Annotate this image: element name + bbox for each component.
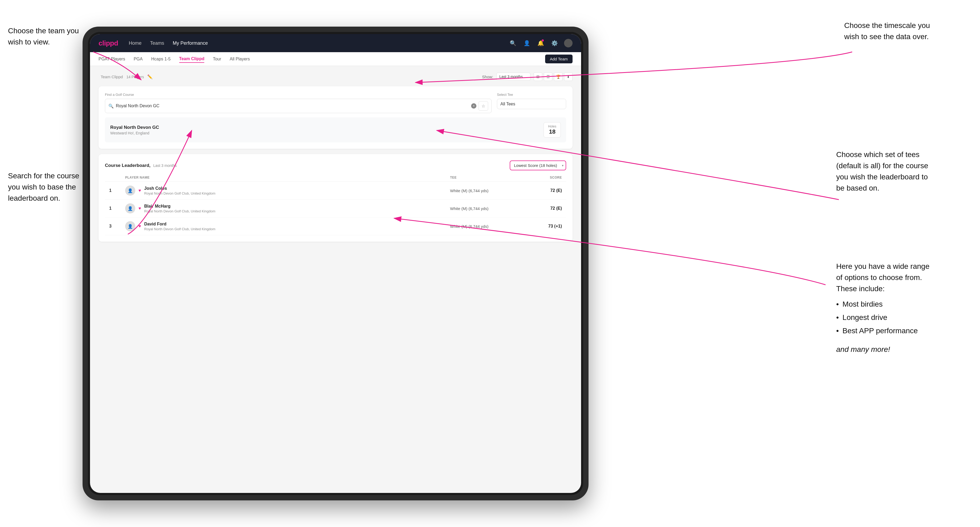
player-avatar-3: 👤 bbox=[125, 221, 135, 231]
player-name-3: David Ford bbox=[144, 222, 215, 227]
bullet-item-1: Most birdies bbox=[836, 298, 969, 311]
edit-icon[interactable]: ✏️ bbox=[147, 74, 153, 79]
course-result: Royal North Devon GC Westward Ho!, Engla… bbox=[105, 117, 566, 142]
list-view-button[interactable]: ☰ bbox=[544, 72, 552, 81]
score-select-wrap: Lowest Score (18 holes) Most Birdies Lon… bbox=[510, 160, 566, 170]
score-type-select[interactable]: Lowest Score (18 holes) Most Birdies Lon… bbox=[510, 160, 566, 170]
player-club-1: Royal North Devon Golf Club, United King… bbox=[144, 191, 215, 195]
player-name-2: Blair McHarg bbox=[144, 204, 215, 209]
annotation-top-left: Choose the team youwish to view. bbox=[8, 25, 83, 48]
team-title: Team Clippd 14 Players bbox=[99, 74, 144, 79]
and-more-text: and many more! bbox=[836, 344, 969, 355]
annotation-mid-right: Choose which set of tees(default is all)… bbox=[836, 149, 969, 194]
annotation-top-right: Choose the timescale youwish to see the … bbox=[844, 20, 964, 42]
nav-home[interactable]: Home bbox=[129, 40, 142, 46]
add-team-button[interactable]: Add Team bbox=[545, 55, 573, 63]
leaderboard-card: Course Leaderboard, Last 3 months Lowest… bbox=[99, 154, 573, 242]
bell-icon[interactable]: 🔔 bbox=[536, 39, 545, 48]
view-icons: ⊞ ☰ 🏆 ⬇ bbox=[534, 72, 573, 81]
player-score-1: 72 (E) bbox=[525, 188, 562, 193]
nav-icons: 🔍 👤 🔔 ⚙️ bbox=[509, 39, 573, 48]
sub-nav-hcaps[interactable]: Hcaps 1-5 bbox=[151, 56, 171, 62]
leaderboard-table: PLAYER NAME TEE SCORE 1 👤 bbox=[105, 176, 566, 235]
table-header: PLAYER NAME TEE SCORE bbox=[105, 176, 566, 182]
person-icon[interactable]: 👤 bbox=[522, 39, 531, 48]
player-info-2: 👤 ♥ Blair McHarg Royal North Devon Golf … bbox=[125, 203, 450, 213]
score-col-header: SCORE bbox=[525, 176, 562, 179]
player-info-3: 👤 ♥ David Ford Royal North Devon Golf Cl… bbox=[125, 221, 450, 231]
sub-nav-tour[interactable]: Tour bbox=[213, 56, 221, 62]
search-input-wrap: 🔍 × ☆ bbox=[105, 99, 492, 113]
player-avatar-2: 👤 bbox=[125, 203, 135, 213]
team-header: Team Clippd 14 Players ✏️ Show: Last 3 m… bbox=[99, 72, 573, 81]
player-avatar-1: 👤 bbox=[125, 186, 135, 195]
trophy-view-button[interactable]: 🏆 bbox=[554, 72, 562, 81]
search-icon[interactable]: 🔍 bbox=[509, 39, 517, 48]
player-score-3: 73 (+1) bbox=[525, 224, 562, 229]
sub-nav-team-clippd[interactable]: Team Clippd bbox=[179, 56, 205, 63]
player-rank-1: 1 bbox=[109, 188, 125, 193]
holes-badge: Holes 18 bbox=[544, 122, 561, 138]
tablet-screen: clippd Home Teams My Performance 🔍 👤 🔔 ⚙… bbox=[90, 34, 581, 493]
tee-select[interactable]: All Tees White (M) Yellow (M) Red (L) bbox=[497, 99, 566, 109]
nav-teams[interactable]: Teams bbox=[150, 40, 164, 46]
player-tee-3: White (M) (6,744 yds) bbox=[450, 224, 525, 229]
download-button[interactable]: ⬇ bbox=[564, 72, 573, 81]
player-details-1: Josh Coles Royal North Devon Golf Club, … bbox=[144, 186, 215, 195]
rank-col-header bbox=[109, 176, 125, 179]
heart-icon-1[interactable]: ♥ bbox=[138, 188, 141, 193]
player-tee-1: White (M) (6,744 yds) bbox=[450, 189, 525, 193]
show-controls: Show: Last 3 months Last month Last 6 mo… bbox=[482, 72, 573, 81]
clear-search-button[interactable]: × bbox=[471, 103, 476, 109]
settings-icon[interactable]: ⚙️ bbox=[550, 39, 559, 48]
player-rank-3: 3 bbox=[109, 224, 125, 229]
table-row: 3 👤 ♥ David Ford Royal North Devon Golf … bbox=[105, 217, 566, 235]
table-row: 1 👤 ♥ Blair McHarg Royal North Devon Gol… bbox=[105, 200, 566, 217]
nav-my-performance[interactable]: My Performance bbox=[173, 40, 208, 46]
sub-nav: PGAT Players PGA Hcaps 1-5 Team Clippd T… bbox=[90, 52, 581, 66]
tee-select-wrap: All Tees White (M) Yellow (M) Red (L) bbox=[497, 99, 566, 109]
tablet-device: clippd Home Teams My Performance 🔍 👤 🔔 ⚙… bbox=[83, 27, 589, 500]
find-course-col: Find a Golf Course 🔍 × ☆ bbox=[105, 93, 492, 113]
leaderboard-header: Course Leaderboard, Last 3 months Lowest… bbox=[105, 160, 566, 170]
sub-nav-pgat[interactable]: PGAT Players bbox=[99, 56, 125, 62]
course-result-name: Royal North Devon GC bbox=[110, 125, 159, 130]
player-rank-2: 1 bbox=[109, 206, 125, 211]
course-result-info: Royal North Devon GC Westward Ho!, Engla… bbox=[110, 125, 159, 135]
tee-label: Select Tee bbox=[497, 93, 566, 97]
main-content: Team Clippd 14 Players ✏️ Show: Last 3 m… bbox=[90, 66, 581, 493]
annotation-bottom-left: Search for the courseyou wish to base th… bbox=[8, 170, 99, 204]
player-club-2: Royal North Devon Golf Club, United King… bbox=[144, 209, 215, 213]
bullet-list: Most birdies Longest drive Best APP perf… bbox=[836, 298, 969, 338]
heart-icon-3[interactable]: ♥ bbox=[138, 224, 141, 229]
app-logo: clippd bbox=[99, 39, 118, 48]
course-result-location: Westward Ho!, England bbox=[110, 131, 159, 135]
team-title-row: Team Clippd 14 Players ✏️ bbox=[99, 74, 153, 79]
favorite-button[interactable]: ☆ bbox=[479, 101, 488, 111]
search-icon-inner: 🔍 bbox=[108, 103, 114, 109]
tablet-inner: clippd Home Teams My Performance 🔍 👤 🔔 ⚙… bbox=[88, 32, 583, 495]
player-details-2: Blair McHarg Royal North Devon Golf Club… bbox=[144, 204, 215, 213]
holes-label: Holes bbox=[548, 125, 556, 128]
player-club-3: Royal North Devon Golf Club, United King… bbox=[144, 227, 215, 231]
heart-icon-2[interactable]: ♥ bbox=[138, 206, 141, 211]
sub-nav-all-players[interactable]: All Players bbox=[230, 56, 250, 62]
player-name-1: Josh Coles bbox=[144, 186, 215, 191]
player-score-2: 72 (E) bbox=[525, 206, 562, 211]
grid-view-button[interactable]: ⊞ bbox=[534, 72, 542, 81]
player-tee-2: White (M) (6,744 yds) bbox=[450, 206, 525, 211]
leaderboard-subtitle: Last 3 months bbox=[153, 163, 177, 168]
table-row: 1 👤 ♥ Josh Coles Royal North Devon Golf … bbox=[105, 182, 566, 200]
player-info-1: 👤 ♥ Josh Coles Royal North Devon Golf Cl… bbox=[125, 186, 450, 195]
sub-nav-pga[interactable]: PGA bbox=[134, 56, 143, 62]
avatar[interactable] bbox=[564, 39, 573, 48]
show-select[interactable]: Last 3 months Last month Last 6 months L… bbox=[496, 73, 530, 81]
leaderboard-title: Course Leaderboard, bbox=[105, 163, 151, 168]
tee-col-header: TEE bbox=[450, 176, 525, 179]
player-col-header: PLAYER NAME bbox=[125, 176, 450, 179]
player-details-3: David Ford Royal North Devon Golf Club, … bbox=[144, 222, 215, 231]
leaderboard-title-row: Course Leaderboard, Last 3 months bbox=[105, 163, 177, 168]
course-search-input[interactable] bbox=[116, 103, 469, 108]
search-row: Find a Golf Course 🔍 × ☆ Select Tee bbox=[105, 93, 566, 113]
course-search-card: Find a Golf Course 🔍 × ☆ Select Tee bbox=[99, 86, 573, 149]
